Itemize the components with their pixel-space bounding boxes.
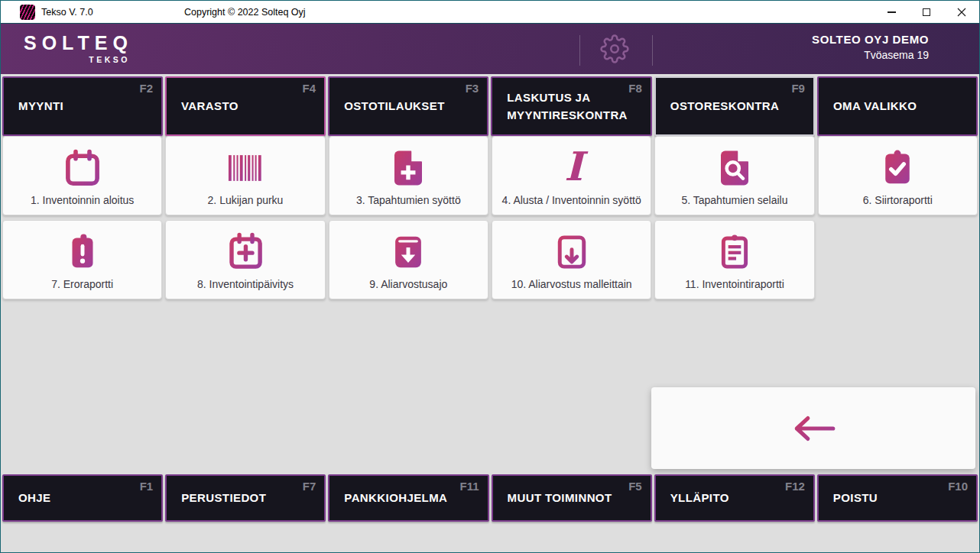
- fkey-label: F7: [303, 480, 316, 493]
- menu-tile-2[interactable]: 2. Lukijan purku: [165, 136, 325, 215]
- italic-i-icon: I: [551, 137, 592, 194]
- fkey-label: F2: [140, 82, 154, 95]
- title-bar: Tekso V. 7.0 Copyright © 2022 Solteq Oyj: [1, 1, 979, 24]
- function-button-label: OSTOTILAUKSET: [344, 97, 445, 115]
- menu-tile-label: 9. Aliarvostusajo: [368, 278, 449, 299]
- logo-primary-text: SOLTEQ: [24, 32, 133, 54]
- maximize-icon[interactable]: [909, 1, 944, 24]
- barcode-icon: [224, 137, 267, 194]
- fkey-label: F5: [628, 480, 642, 493]
- archive-down-icon: [388, 221, 429, 278]
- menu-tile-7[interactable]: 7. Eroraportti: [2, 220, 162, 299]
- minimize-icon[interactable]: [874, 1, 909, 24]
- archive-down-outline-icon: [551, 221, 592, 278]
- function-button-label: YLLÄPITO: [670, 489, 729, 506]
- menu-tile-4[interactable]: I4. Alusta / Inventoinnin syöttö: [492, 136, 651, 215]
- menu-tile-11[interactable]: 11. Inventointiraportti: [654, 220, 814, 299]
- function-button-label: POISTU: [833, 489, 878, 506]
- fkey-label: F1: [140, 480, 154, 493]
- app-logo-icon: [20, 5, 35, 20]
- window-controls: [874, 1, 979, 24]
- menu-tile-8[interactable]: 8. Inventointipäivitys: [165, 220, 325, 299]
- function-button-ohje[interactable]: OHJEF1: [2, 474, 163, 522]
- menu-tile-grid: 1. Inventoinnin aloitus2. Lukijan purku3…: [2, 136, 978, 299]
- fkey-label: F11: [459, 480, 479, 493]
- function-button-myynti[interactable]: MYYNTIF2: [2, 76, 163, 136]
- menu-tile-label: 3. Tapahtumien syöttö: [355, 194, 462, 215]
- function-button-label: PERUSTIEDOT: [181, 489, 266, 506]
- menu-tile-label: 1. Inventoinnin aloitus: [29, 194, 135, 215]
- fkey-label: F8: [628, 82, 642, 95]
- function-button-muut-toiminnot[interactable]: MUUT TOIMINNOTF5: [492, 474, 652, 522]
- menu-tile-label: 4. Alusta / Inventoinnin syöttö: [501, 194, 643, 215]
- function-button-label: LASKUTUS JA MYYNTIRESKONTRA: [507, 89, 628, 125]
- menu-tile-3[interactable]: 3. Tapahtumien syöttö: [329, 136, 488, 215]
- menu-tile-label: 7. Eroraportti: [50, 278, 115, 299]
- main-area: MYYNTIF2VARASTOF4OSTOTILAUKSETF3LASKUTUS…: [1, 74, 979, 552]
- function-button-label: MUUT TOIMINNOT: [508, 489, 612, 506]
- menu-tile-label: 11. Inventointiraportti: [683, 278, 786, 299]
- clipboard-alert-icon: [62, 221, 103, 278]
- fkey-label: F4: [303, 82, 316, 95]
- function-button-label: MYYNTI: [18, 97, 63, 115]
- menu-tile-label: 6. Siirtoraportti: [862, 194, 934, 215]
- workstation-label: Tvöasema 19: [812, 49, 929, 61]
- menu-tile-9[interactable]: 9. Aliarvostusajo: [329, 220, 488, 299]
- function-button-label: OMA VALIKKO: [833, 97, 917, 115]
- file-plus-icon: [388, 137, 429, 194]
- function-button-ostoreskontra[interactable]: OSTORESKONTRAF9: [654, 76, 815, 136]
- function-button-perustiedot[interactable]: PERUSTIEDOTF7: [165, 474, 326, 522]
- clipboard-list-icon: [714, 221, 755, 278]
- solteq-logo: SOLTEQ TEKSO: [24, 32, 133, 64]
- function-button-label: OHJE: [18, 489, 50, 506]
- copyright-text: Copyright © 2022 Solteq Oyj: [184, 1, 306, 24]
- menu-tile-label: 8. Inventointipäivitys: [196, 278, 295, 299]
- app-header: SOLTEQ TEKSO SOLTEO OYJ DEMO Tvöasema 19: [1, 24, 979, 74]
- window-title: Tekso V. 7.0: [41, 7, 93, 18]
- function-button-poistu[interactable]: POISTUF10: [817, 474, 978, 522]
- header-divider: [579, 35, 580, 66]
- gear-icon[interactable]: [599, 34, 630, 64]
- fkey-label: F12: [785, 480, 805, 493]
- header-divider: [652, 35, 653, 66]
- arrow-left-icon: [788, 414, 839, 443]
- menu-tile-5[interactable]: 5. Tapahtumien selailu: [654, 136, 814, 215]
- function-button-ostotilaukset[interactable]: OSTOTILAUKSETF3: [328, 76, 488, 136]
- svg-text:I: I: [564, 147, 589, 189]
- function-button-label: OSTORESKONTRA: [670, 97, 779, 115]
- function-button-yll-pito[interactable]: YLLÄPITOF12: [654, 474, 815, 522]
- fkey-label: F10: [948, 480, 968, 493]
- menu-tile-6[interactable]: 6. Siirtoraportti: [818, 136, 978, 215]
- function-button-oma-valikko[interactable]: OMA VALIKKO: [817, 76, 978, 136]
- function-button-pankkiohjelma[interactable]: PANKKIOHJELMAF11: [328, 474, 488, 522]
- company-name: SOLTEO OYJ DEMO: [812, 33, 929, 46]
- session-info: SOLTEO OYJ DEMO Tvöasema 19: [812, 33, 929, 61]
- calendar-icon: [62, 137, 103, 194]
- menu-tile-1[interactable]: 1. Inventoinnin aloitus: [2, 136, 162, 215]
- calendar-plus-icon: [225, 221, 266, 278]
- function-button-label: PANKKIOHJELMA: [344, 489, 447, 506]
- menu-tile-label: 2. Lukijan purku: [206, 194, 285, 215]
- fkey-label: F3: [466, 82, 479, 95]
- close-icon[interactable]: [944, 1, 979, 24]
- bottom-function-row: OHJEF1PERUSTIEDOTF7PANKKIOHJELMAF11MUUT …: [2, 474, 978, 522]
- menu-tile-label: 5. Tapahtumien selailu: [680, 194, 789, 215]
- function-button-laskutus-ja-myyntireskontra[interactable]: LASKUTUS JA MYYNTIRESKONTRAF8: [491, 76, 652, 136]
- function-button-label: VARASTO: [181, 97, 239, 115]
- menu-tile-label: 10. Aliarvostus malleittain: [510, 278, 634, 299]
- top-function-row: MYYNTIF2VARASTOF4OSTOTILAUKSETF3LASKUTUS…: [2, 76, 978, 136]
- function-button-varasto[interactable]: VARASTOF4: [165, 76, 326, 136]
- file-search-icon: [714, 137, 755, 194]
- app-window: Tekso V. 7.0 Copyright © 2022 Solteq Oyj…: [0, 0, 980, 553]
- clipboard-check-icon: [877, 137, 918, 194]
- fkey-label: F9: [791, 82, 805, 95]
- logo-secondary-text: TEKSO: [24, 55, 133, 64]
- menu-tile-10[interactable]: 10. Aliarvostus malleittain: [492, 220, 651, 299]
- back-button[interactable]: [651, 387, 975, 469]
